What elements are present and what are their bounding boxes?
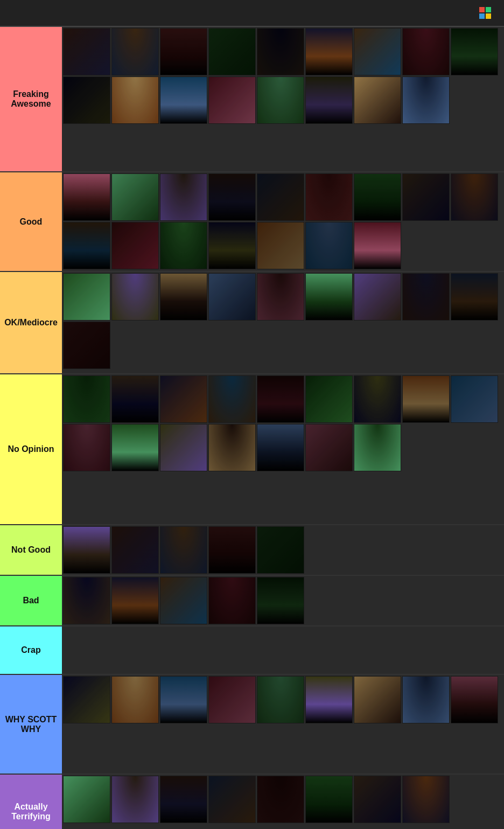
- list-item[interactable]: [63, 424, 110, 471]
- list-item[interactable]: [305, 424, 353, 471]
- list-item[interactable]: [305, 776, 353, 823]
- tier-content-ok[interactable]: [62, 272, 504, 373]
- tier-content-bad[interactable]: [62, 576, 504, 625]
- list-item[interactable]: [451, 273, 498, 321]
- list-item[interactable]: [111, 28, 159, 75]
- list-item[interactable]: [257, 173, 304, 221]
- list-item[interactable]: [257, 222, 304, 269]
- tier-content-no-opinion[interactable]: [62, 374, 504, 524]
- list-item[interactable]: [305, 375, 353, 423]
- list-item[interactable]: [257, 28, 304, 75]
- list-item[interactable]: [208, 776, 256, 823]
- tier-row-not-good: Not Good: [0, 525, 504, 576]
- list-item[interactable]: [354, 76, 401, 124]
- list-item[interactable]: [160, 577, 207, 624]
- list-item[interactable]: [63, 28, 110, 75]
- list-item[interactable]: [402, 676, 450, 723]
- list-item[interactable]: [257, 676, 304, 723]
- list-item[interactable]: [208, 222, 256, 269]
- list-item[interactable]: [257, 273, 304, 321]
- list-item[interactable]: [111, 526, 159, 574]
- list-item[interactable]: [354, 28, 401, 75]
- list-item[interactable]: [451, 28, 498, 75]
- list-item[interactable]: [208, 28, 256, 75]
- list-item[interactable]: [354, 222, 401, 269]
- list-item[interactable]: [63, 76, 110, 124]
- list-item[interactable]: [160, 375, 207, 423]
- tier-content-not-good[interactable]: [62, 525, 504, 575]
- list-item[interactable]: [111, 222, 159, 269]
- tier-content-why-scott[interactable]: [62, 675, 504, 774]
- list-item[interactable]: [160, 424, 207, 471]
- list-item[interactable]: [451, 676, 498, 723]
- list-item[interactable]: [208, 375, 256, 423]
- list-item[interactable]: [63, 222, 110, 269]
- tier-content-actually-terrifying[interactable]: [62, 775, 504, 829]
- list-item[interactable]: [111, 676, 159, 723]
- list-item[interactable]: [63, 676, 110, 723]
- list-item[interactable]: [160, 76, 207, 124]
- list-item[interactable]: [111, 577, 159, 624]
- list-item[interactable]: [402, 28, 450, 75]
- list-item[interactable]: [257, 526, 304, 574]
- list-item[interactable]: [305, 173, 353, 221]
- list-item[interactable]: [63, 526, 110, 574]
- list-item[interactable]: [354, 776, 401, 823]
- header: [0, 0, 504, 27]
- list-item[interactable]: [257, 76, 304, 124]
- list-item[interactable]: [63, 322, 110, 369]
- list-item[interactable]: [160, 526, 207, 574]
- tier-content-freaking-awesome[interactable]: [62, 27, 504, 171]
- list-item[interactable]: [63, 273, 110, 321]
- tier-content-good[interactable]: [62, 172, 504, 271]
- list-item[interactable]: [257, 375, 304, 423]
- list-item[interactable]: [63, 776, 110, 823]
- list-item[interactable]: [160, 173, 207, 221]
- list-item[interactable]: [354, 676, 401, 723]
- item-overlay: [257, 677, 304, 723]
- list-item[interactable]: [354, 375, 401, 423]
- list-item[interactable]: [208, 676, 256, 723]
- list-item[interactable]: [208, 526, 256, 574]
- list-item[interactable]: [160, 776, 207, 823]
- list-item[interactable]: [451, 375, 498, 423]
- list-item[interactable]: [160, 676, 207, 723]
- list-item[interactable]: [111, 776, 159, 823]
- list-item[interactable]: [257, 577, 304, 624]
- list-item[interactable]: [402, 173, 450, 221]
- list-item[interactable]: [160, 273, 207, 321]
- list-item[interactable]: [257, 776, 304, 823]
- list-item[interactable]: [111, 375, 159, 423]
- character-icon: [403, 776, 449, 823]
- list-item[interactable]: [305, 676, 353, 723]
- list-item[interactable]: [305, 76, 353, 124]
- list-item[interactable]: [354, 273, 401, 321]
- list-item[interactable]: [354, 173, 401, 221]
- list-item[interactable]: [208, 173, 256, 221]
- list-item[interactable]: [208, 424, 256, 471]
- list-item[interactable]: [208, 76, 256, 124]
- list-item[interactable]: [63, 375, 110, 423]
- character-icon: [306, 222, 352, 269]
- list-item[interactable]: [305, 28, 353, 75]
- list-item[interactable]: [402, 375, 450, 423]
- list-item[interactable]: [402, 76, 450, 124]
- list-item[interactable]: [451, 173, 498, 221]
- list-item[interactable]: [402, 273, 450, 321]
- list-item[interactable]: [402, 776, 450, 823]
- list-item[interactable]: [111, 273, 159, 321]
- list-item[interactable]: [208, 273, 256, 321]
- list-item[interactable]: [111, 173, 159, 221]
- list-item[interactable]: [63, 173, 110, 221]
- list-item[interactable]: [208, 577, 256, 624]
- list-item[interactable]: [257, 424, 304, 471]
- list-item[interactable]: [111, 76, 159, 124]
- list-item[interactable]: [305, 222, 353, 269]
- tier-content-crap[interactable]: [62, 626, 504, 674]
- list-item[interactable]: [160, 28, 207, 75]
- list-item[interactable]: [354, 424, 401, 471]
- list-item[interactable]: [63, 577, 110, 624]
- list-item[interactable]: [111, 424, 159, 471]
- list-item[interactable]: [160, 222, 207, 269]
- list-item[interactable]: [305, 273, 353, 321]
